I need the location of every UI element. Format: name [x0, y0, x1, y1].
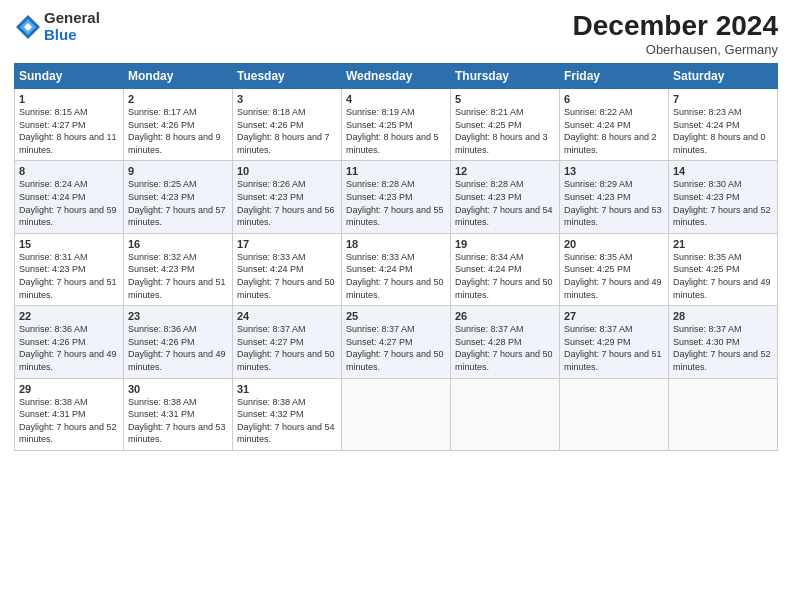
- calendar-cell: 18Sunrise: 8:33 AMSunset: 4:24 PMDayligh…: [342, 233, 451, 305]
- calendar-cell: 31Sunrise: 8:38 AMSunset: 4:32 PMDayligh…: [233, 378, 342, 450]
- day-number: 2: [128, 93, 228, 105]
- weekday-wednesday: Wednesday: [342, 64, 451, 89]
- day-number: 17: [237, 238, 337, 250]
- day-info: Sunrise: 8:34 AMSunset: 4:24 PMDaylight:…: [455, 252, 553, 300]
- day-info: Sunrise: 8:29 AMSunset: 4:23 PMDaylight:…: [564, 179, 662, 227]
- calendar-cell: 7Sunrise: 8:23 AMSunset: 4:24 PMDaylight…: [669, 89, 778, 161]
- day-number: 16: [128, 238, 228, 250]
- calendar-cell: [451, 378, 560, 450]
- day-info: Sunrise: 8:36 AMSunset: 4:26 PMDaylight:…: [128, 324, 226, 372]
- day-info: Sunrise: 8:36 AMSunset: 4:26 PMDaylight:…: [19, 324, 117, 372]
- day-number: 1: [19, 93, 119, 105]
- day-number: 26: [455, 310, 555, 322]
- logo: General Blue: [14, 10, 100, 43]
- calendar-cell: 22Sunrise: 8:36 AMSunset: 4:26 PMDayligh…: [15, 306, 124, 378]
- day-number: 29: [19, 383, 119, 395]
- subtitle: Oberhausen, Germany: [573, 42, 778, 57]
- day-info: Sunrise: 8:37 AMSunset: 4:30 PMDaylight:…: [673, 324, 771, 372]
- day-info: Sunrise: 8:32 AMSunset: 4:23 PMDaylight:…: [128, 252, 226, 300]
- calendar-cell: 1Sunrise: 8:15 AMSunset: 4:27 PMDaylight…: [15, 89, 124, 161]
- day-number: 11: [346, 165, 446, 177]
- day-info: Sunrise: 8:28 AMSunset: 4:23 PMDaylight:…: [455, 179, 553, 227]
- main-title: December 2024: [573, 10, 778, 42]
- week-row-2: 15Sunrise: 8:31 AMSunset: 4:23 PMDayligh…: [15, 233, 778, 305]
- weekday-tuesday: Tuesday: [233, 64, 342, 89]
- day-info: Sunrise: 8:38 AMSunset: 4:32 PMDaylight:…: [237, 397, 335, 445]
- calendar-cell: 11Sunrise: 8:28 AMSunset: 4:23 PMDayligh…: [342, 161, 451, 233]
- day-number: 31: [237, 383, 337, 395]
- day-number: 27: [564, 310, 664, 322]
- day-info: Sunrise: 8:22 AMSunset: 4:24 PMDaylight:…: [564, 107, 657, 155]
- day-info: Sunrise: 8:35 AMSunset: 4:25 PMDaylight:…: [673, 252, 771, 300]
- logo-blue: Blue: [44, 27, 100, 44]
- day-info: Sunrise: 8:28 AMSunset: 4:23 PMDaylight:…: [346, 179, 444, 227]
- calendar-cell: 30Sunrise: 8:38 AMSunset: 4:31 PMDayligh…: [124, 378, 233, 450]
- day-info: Sunrise: 8:18 AMSunset: 4:26 PMDaylight:…: [237, 107, 330, 155]
- calendar-cell: 27Sunrise: 8:37 AMSunset: 4:29 PMDayligh…: [560, 306, 669, 378]
- day-number: 18: [346, 238, 446, 250]
- day-info: Sunrise: 8:17 AMSunset: 4:26 PMDaylight:…: [128, 107, 221, 155]
- title-block: December 2024 Oberhausen, Germany: [573, 10, 778, 57]
- calendar-cell: 14Sunrise: 8:30 AMSunset: 4:23 PMDayligh…: [669, 161, 778, 233]
- calendar-cell: 20Sunrise: 8:35 AMSunset: 4:25 PMDayligh…: [560, 233, 669, 305]
- weekday-thursday: Thursday: [451, 64, 560, 89]
- day-info: Sunrise: 8:30 AMSunset: 4:23 PMDaylight:…: [673, 179, 771, 227]
- calendar-table: Sunday Monday Tuesday Wednesday Thursday…: [14, 63, 778, 451]
- calendar-cell: 4Sunrise: 8:19 AMSunset: 4:25 PMDaylight…: [342, 89, 451, 161]
- day-info: Sunrise: 8:19 AMSunset: 4:25 PMDaylight:…: [346, 107, 439, 155]
- day-number: 25: [346, 310, 446, 322]
- day-number: 4: [346, 93, 446, 105]
- day-info: Sunrise: 8:38 AMSunset: 4:31 PMDaylight:…: [19, 397, 117, 445]
- calendar-cell: 28Sunrise: 8:37 AMSunset: 4:30 PMDayligh…: [669, 306, 778, 378]
- day-info: Sunrise: 8:37 AMSunset: 4:27 PMDaylight:…: [237, 324, 335, 372]
- calendar-cell: [669, 378, 778, 450]
- weekday-monday: Monday: [124, 64, 233, 89]
- calendar-cell: 23Sunrise: 8:36 AMSunset: 4:26 PMDayligh…: [124, 306, 233, 378]
- day-number: 8: [19, 165, 119, 177]
- day-number: 23: [128, 310, 228, 322]
- day-info: Sunrise: 8:24 AMSunset: 4:24 PMDaylight:…: [19, 179, 117, 227]
- calendar-cell: 6Sunrise: 8:22 AMSunset: 4:24 PMDaylight…: [560, 89, 669, 161]
- calendar-cell: 16Sunrise: 8:32 AMSunset: 4:23 PMDayligh…: [124, 233, 233, 305]
- page: General Blue December 2024 Oberhausen, G…: [0, 0, 792, 612]
- day-number: 24: [237, 310, 337, 322]
- day-number: 19: [455, 238, 555, 250]
- logo-text: General Blue: [44, 10, 100, 43]
- day-number: 15: [19, 238, 119, 250]
- logo-icon: [14, 13, 42, 41]
- day-info: Sunrise: 8:21 AMSunset: 4:25 PMDaylight:…: [455, 107, 548, 155]
- day-number: 6: [564, 93, 664, 105]
- calendar-cell: 25Sunrise: 8:37 AMSunset: 4:27 PMDayligh…: [342, 306, 451, 378]
- day-number: 3: [237, 93, 337, 105]
- day-info: Sunrise: 8:23 AMSunset: 4:24 PMDaylight:…: [673, 107, 766, 155]
- day-number: 10: [237, 165, 337, 177]
- day-number: 22: [19, 310, 119, 322]
- day-info: Sunrise: 8:33 AMSunset: 4:24 PMDaylight:…: [346, 252, 444, 300]
- calendar-cell: 3Sunrise: 8:18 AMSunset: 4:26 PMDaylight…: [233, 89, 342, 161]
- calendar-cell: 13Sunrise: 8:29 AMSunset: 4:23 PMDayligh…: [560, 161, 669, 233]
- weekday-sunday: Sunday: [15, 64, 124, 89]
- day-info: Sunrise: 8:37 AMSunset: 4:29 PMDaylight:…: [564, 324, 662, 372]
- header: General Blue December 2024 Oberhausen, G…: [14, 10, 778, 57]
- day-info: Sunrise: 8:38 AMSunset: 4:31 PMDaylight:…: [128, 397, 226, 445]
- day-info: Sunrise: 8:35 AMSunset: 4:25 PMDaylight:…: [564, 252, 662, 300]
- day-info: Sunrise: 8:15 AMSunset: 4:27 PMDaylight:…: [19, 107, 117, 155]
- week-row-4: 29Sunrise: 8:38 AMSunset: 4:31 PMDayligh…: [15, 378, 778, 450]
- calendar-cell: 9Sunrise: 8:25 AMSunset: 4:23 PMDaylight…: [124, 161, 233, 233]
- day-number: 20: [564, 238, 664, 250]
- week-row-1: 8Sunrise: 8:24 AMSunset: 4:24 PMDaylight…: [15, 161, 778, 233]
- day-number: 28: [673, 310, 773, 322]
- day-number: 30: [128, 383, 228, 395]
- calendar-body: 1Sunrise: 8:15 AMSunset: 4:27 PMDaylight…: [15, 89, 778, 451]
- calendar-cell: 21Sunrise: 8:35 AMSunset: 4:25 PMDayligh…: [669, 233, 778, 305]
- day-number: 14: [673, 165, 773, 177]
- calendar-cell: 29Sunrise: 8:38 AMSunset: 4:31 PMDayligh…: [15, 378, 124, 450]
- day-number: 7: [673, 93, 773, 105]
- week-row-0: 1Sunrise: 8:15 AMSunset: 4:27 PMDaylight…: [15, 89, 778, 161]
- day-number: 12: [455, 165, 555, 177]
- calendar-cell: [560, 378, 669, 450]
- day-info: Sunrise: 8:33 AMSunset: 4:24 PMDaylight:…: [237, 252, 335, 300]
- weekday-friday: Friday: [560, 64, 669, 89]
- calendar-cell: 12Sunrise: 8:28 AMSunset: 4:23 PMDayligh…: [451, 161, 560, 233]
- day-number: 13: [564, 165, 664, 177]
